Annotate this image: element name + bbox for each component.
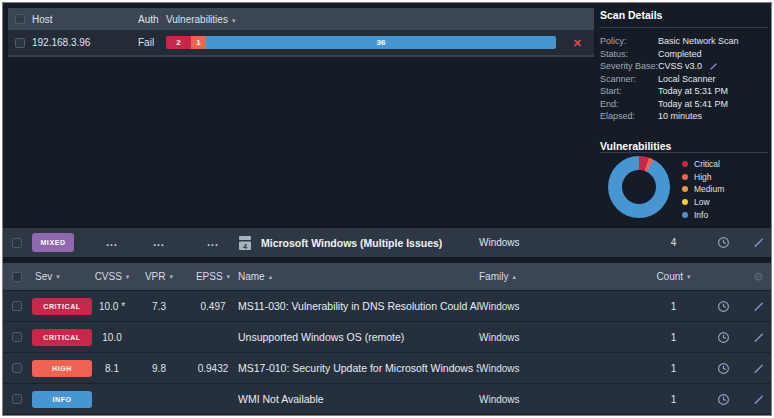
vulnerability-table-header: Sev▾ CVSS▾ VPR▾ EPSS▾ Name▴ Family▴ Coun… [3, 263, 771, 290]
scan-details-title: Scan Details [600, 9, 768, 21]
epss-value: 0.497 [200, 301, 225, 312]
sort-desc-icon: ▾ [227, 273, 231, 281]
edit-pencil-icon[interactable] [752, 236, 765, 249]
legend-dot-critical [682, 161, 688, 167]
divider [600, 152, 768, 153]
host-row-checkbox[interactable] [15, 38, 25, 48]
host-table-header: Host Auth Vulnerabilities▾ [8, 8, 594, 30]
severity-badge-critical: CRITICAL [32, 329, 92, 346]
cvss-value: 10.0 [102, 332, 121, 343]
detail-row-status: Status: Completed [600, 48, 768, 61]
cvss-value: 10.0 * [99, 301, 125, 312]
vulnerability-row[interactable]: INFO WMI Not Available Windows 1 [3, 383, 771, 414]
group-family: Windows [479, 237, 646, 248]
detail-row-severity-base: Severity Base: CVSS v3.0 [600, 60, 768, 73]
name-column-header[interactable]: Name▴ [238, 271, 479, 282]
count-value: 1 [671, 301, 677, 312]
sort-asc-icon: ▴ [269, 273, 273, 281]
legend-dot-medium [682, 186, 688, 192]
detail-row-end: End: Today at 5:41 PM [600, 98, 768, 111]
severity-badge-high: HIGH [32, 360, 92, 377]
divider [600, 27, 768, 28]
host-column-header[interactable]: Host [32, 14, 138, 25]
sort-desc-icon: ▾ [126, 273, 130, 281]
vulnerability-row[interactable]: CRITICAL 10.0 Unsupported Windows OS (re… [3, 321, 771, 352]
vulnerability-name: MS17-010: Security Update for Microsoft … [238, 362, 479, 374]
snooze-clock-icon[interactable] [717, 393, 730, 406]
cvss-placeholder: ... [106, 237, 117, 248]
bar-segment-high: 1 [191, 36, 206, 49]
host-ip: 192.168.3.96 [32, 37, 138, 48]
count-value: 1 [671, 332, 677, 343]
sort-desc-icon: ▾ [56, 273, 60, 281]
select-all-hosts-checkbox[interactable] [15, 14, 25, 24]
cvss-column-header[interactable]: CVSS▾ [95, 271, 130, 282]
host-table: Host Auth Vulnerabilities▾ 192.168.3.96 … [8, 8, 594, 57]
sort-asc-icon: ▴ [512, 273, 516, 281]
family-value: Windows [479, 394, 646, 405]
snooze-clock-icon[interactable] [717, 236, 730, 249]
family-value: Windows [479, 332, 646, 343]
auth-column-header[interactable]: Auth [138, 14, 166, 25]
group-row-checkbox[interactable] [12, 238, 22, 248]
family-column-header[interactable]: Family▴ [479, 271, 646, 282]
edit-pencil-icon[interactable] [752, 331, 765, 344]
vulnerability-row[interactable]: CRITICAL 10.0 * 7.3 0.497 MS11-030: Vuln… [3, 290, 771, 321]
detail-row-elapsed: Elapsed: 10 minutes [600, 110, 768, 123]
epss-placeholder: ... [207, 237, 218, 248]
severity-badge-info: INFO [32, 391, 92, 408]
detail-row-scanner: Scanner: Local Scanner [600, 73, 768, 86]
epss-value: 0.9432 [198, 363, 229, 374]
select-all-vulns-checkbox[interactable] [12, 272, 22, 282]
detail-row-start: Start: Today at 5:31 PM [600, 85, 768, 98]
row-checkbox[interactable] [12, 363, 22, 373]
sort-desc-icon: ▾ [687, 273, 691, 281]
vpr-column-header[interactable]: VPR▾ [145, 271, 173, 282]
legend-dot-low [682, 199, 688, 205]
legend-item-medium: Medium [682, 183, 724, 196]
severity-badge-critical: CRITICAL [32, 298, 92, 315]
row-checkbox[interactable] [12, 301, 22, 311]
severity-stacked-bar[interactable]: 2 1 36 [166, 36, 556, 49]
host-row[interactable]: 192.168.3.96 Fail 2 1 36 ✕ [8, 30, 594, 57]
edit-pencil-icon[interactable] [752, 393, 765, 406]
host-vuln-bar-cell: 2 1 36 [166, 36, 594, 49]
snooze-clock-icon[interactable] [717, 300, 730, 313]
snooze-clock-icon[interactable] [717, 331, 730, 344]
legend-dot-info [682, 212, 688, 218]
vulnerability-name: MS11-030: Vulnerability in DNS Resolutio… [238, 300, 479, 312]
count-column-header[interactable]: Count▾ [656, 271, 690, 282]
edit-pencil-icon[interactable] [752, 300, 765, 313]
row-checkbox[interactable] [12, 332, 22, 342]
family-value: Windows [479, 363, 646, 374]
legend-item-critical: Critical [682, 158, 724, 171]
vulnerabilities-donut-chart [608, 156, 670, 218]
bar-segment-critical: 2 [166, 36, 191, 49]
family-value: Windows [479, 301, 646, 312]
scan-results-page: Host Auth Vulnerabilities▾ 192.168.3.96 … [2, 2, 772, 416]
sev-column-header[interactable]: Sev▾ [30, 271, 60, 282]
severity-badge-mixed: MIXED [32, 233, 74, 252]
donut-hole [622, 170, 656, 204]
legend-item-low: Low [682, 196, 724, 209]
row-checkbox[interactable] [12, 394, 22, 404]
vpr-placeholder: ... [153, 237, 164, 248]
detail-row-policy: Policy: Basic Network Scan [600, 35, 768, 48]
legend-item-info: Info [682, 208, 724, 221]
edit-severity-base-icon[interactable] [709, 62, 718, 71]
table-settings-gear-icon[interactable]: ⚙ [753, 270, 764, 284]
vulnerability-group-row[interactable]: MIXED ... ... ... 4 Microsoft Windows (M… [3, 227, 771, 258]
legend-dot-high [682, 174, 688, 180]
group-name: Microsoft Windows (Multiple Issues) [261, 237, 442, 249]
remove-host-icon[interactable]: ✕ [573, 36, 582, 49]
snooze-clock-icon[interactable] [717, 362, 730, 375]
count-value: 1 [671, 363, 677, 374]
edit-pencil-icon[interactable] [752, 362, 765, 375]
epss-column-header[interactable]: EPSS▾ [196, 271, 230, 282]
cvss-value: 8.1 [105, 363, 119, 374]
vulnerabilities-column-header[interactable]: Vulnerabilities▾ [166, 14, 594, 25]
host-auth-status: Fail [138, 37, 166, 48]
vpr-value: 7.3 [152, 301, 166, 312]
bar-segment-info: 36 [206, 36, 556, 49]
vulnerability-row[interactable]: HIGH 8.1 9.8 0.9432 MS17-010: Security U… [3, 352, 771, 383]
